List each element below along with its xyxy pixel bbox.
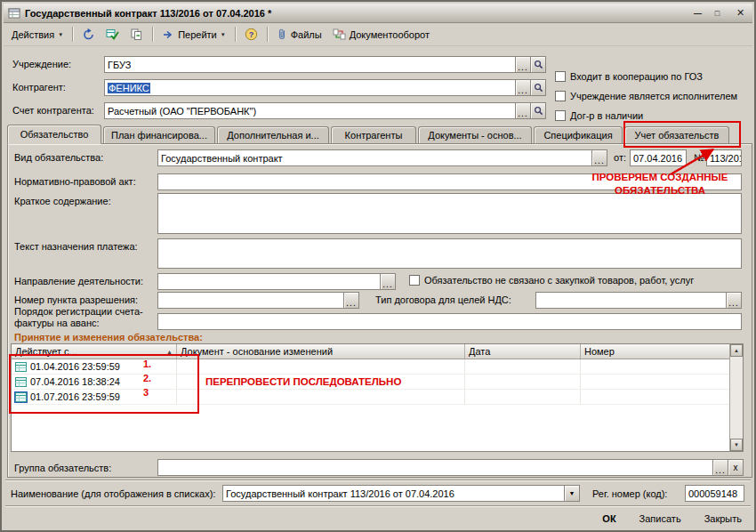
close-button-bottom[interactable]: Закрыть [701, 512, 745, 526]
vat-input[interactable] [535, 292, 727, 309]
date-input[interactable]: 07.04.2016 [630, 149, 687, 166]
tab-additional-info[interactable]: Дополнительная и... [217, 126, 329, 143]
account-choose-button[interactable]: ... [516, 102, 531, 119]
save-button[interactable]: Записать [636, 512, 685, 526]
checkbox-box[interactable] [555, 110, 566, 121]
number-input[interactable]: 113/2016 [706, 149, 742, 166]
go-arrow-icon [162, 28, 174, 41]
magnifier-icon [534, 83, 543, 93]
tab-label: Учет обязательств [635, 130, 720, 141]
minimize-button[interactable]: — [690, 6, 705, 20]
tab-obligation[interactable]: Обязательство [7, 125, 101, 144]
summary-label: Краткое содержание: [14, 196, 111, 206]
reg-number-input[interactable]: 000059148 [685, 485, 744, 502]
checkbox-box[interactable] [555, 71, 566, 82]
post-document-button[interactable] [101, 25, 124, 44]
counterparty-choose-button[interactable]: ... [516, 79, 531, 96]
col-header-label: Дата [469, 346, 490, 357]
name-dropdown-button[interactable]: ▼ [565, 485, 580, 502]
payment-textarea[interactable] [157, 238, 742, 269]
actions-menu-button[interactable]: Действия ▼ [7, 25, 68, 44]
files-button[interactable]: Файлы [272, 25, 326, 44]
separator [5, 505, 751, 507]
table-row[interactable]: 07.04.2016 18:38:24 [12, 375, 729, 390]
document-window: Государственный контракт 113/2016 от 07.… [0, 0, 756, 532]
kind-input[interactable]: Государственный контракт [157, 149, 592, 166]
act-input[interactable] [157, 173, 742, 190]
reread-button[interactable] [77, 25, 100, 44]
account-label: Счет контрагента: [12, 105, 94, 116]
activity-choose-button[interactable]: ... [381, 273, 396, 290]
record-icon-selected [14, 391, 28, 403]
counterparty-input[interactable]: ФЕНИКС [104, 79, 516, 96]
go-menu-button[interactable]: Перейти ▼ [157, 25, 230, 44]
col-header-date[interactable]: Дата [465, 344, 581, 359]
docflow-button[interactable]: Документооборот [328, 25, 434, 44]
table-row-selected[interactable]: 01.07.2016 23:59:59 [12, 390, 729, 405]
col-header-valid-from[interactable]: Действует с... ▲ [12, 344, 177, 359]
institution-field: ГБУЗ ... [104, 56, 546, 73]
counterparty-open-button[interactable] [531, 79, 546, 96]
account-value: Расчетный (ОАО "ПЕРВОБАНК") [108, 106, 256, 117]
institution-open-button[interactable] [531, 56, 546, 73]
maximize-button[interactable]: □ [710, 6, 725, 20]
checkbox-executor[interactable]: Учреждение является исполнителем [555, 91, 737, 101]
tab-label: Обязательство [20, 129, 89, 140]
help-button[interactable]: ? [240, 25, 262, 44]
name-combo: Государственный контракт 113/2016 от 07.… [222, 485, 580, 502]
tab-financing-plan[interactable]: План финансирова... [103, 126, 215, 143]
chevron-down-icon: ▼ [221, 32, 226, 37]
checkbox-goz-label: Входит в кооперацию по ГОЗ [570, 71, 703, 82]
group-choose-button[interactable]: ... [713, 459, 728, 476]
activity-input[interactable] [157, 273, 381, 290]
checkbox-no-purchase[interactable]: Обязательство не связано с закупкой това… [409, 275, 694, 286]
vertical-scrollbar[interactable]: ▲ ▼ [729, 344, 743, 451]
vat-field: ... [535, 292, 742, 309]
activity-field: ... [157, 273, 396, 290]
group-clear-button[interactable]: x [728, 459, 744, 476]
checkbox-goz[interactable]: Входит в кооперацию по ГОЗ [555, 71, 703, 82]
checkbox-box[interactable] [409, 275, 420, 286]
tab-counterparties[interactable]: Контрагенты [331, 126, 416, 143]
scroll-down-button[interactable]: ▼ [730, 439, 743, 451]
record-icon [14, 361, 28, 373]
permission-field: ... [157, 292, 359, 309]
copy-structure-button[interactable] [125, 25, 148, 44]
paperclip-icon [277, 28, 287, 41]
kind-choose-button[interactable]: ... [592, 149, 607, 166]
reg-number-value: 000059148 [688, 488, 737, 499]
invoice-input[interactable] [157, 313, 742, 330]
window-icon [8, 7, 20, 20]
col-header-basis-doc[interactable]: Документ - основание изменений [177, 344, 465, 359]
titlebar[interactable]: Государственный контракт 113/2016 от 07.… [4, 4, 752, 23]
checkbox-box[interactable] [555, 91, 566, 101]
checkbox-dogr[interactable]: Дог-р в наличии [555, 110, 643, 121]
tab-obligation-accounting[interactable]: Учет обязательств [624, 126, 729, 143]
activity-label: Направление деятельности: [14, 276, 143, 286]
institution-input[interactable]: ГБУЗ [104, 56, 516, 73]
permission-input[interactable] [157, 292, 344, 309]
tab-specification[interactable]: Спецификация [534, 126, 623, 143]
vat-choose-button[interactable]: ... [727, 292, 742, 309]
group-input[interactable] [157, 459, 713, 476]
counterparty-label: Контрагент: [12, 82, 66, 93]
col-header-label: Номер [584, 346, 615, 357]
institution-choose-button[interactable]: ... [516, 56, 531, 73]
name-input[interactable]: Государственный контракт 113/2016 от 07.… [222, 485, 565, 502]
magnifier-icon [534, 60, 543, 69]
ok-button[interactable]: ОК [599, 512, 619, 526]
account-open-button[interactable] [531, 102, 546, 119]
summary-textarea[interactable] [157, 193, 742, 234]
col-header-number[interactable]: Номер [581, 344, 729, 359]
scroll-up-button[interactable]: ▲ [730, 344, 743, 357]
name-value: Государственный контракт 113/2016 от 07.… [226, 488, 454, 499]
vat-label: Тип договора для целей НДС: [375, 294, 511, 305]
permission-label: Номер пункта разрешения: [14, 294, 138, 305]
toolbar-separator [235, 27, 236, 42]
close-button[interactable]: ✕ [733, 6, 748, 20]
tab-basis-documents[interactable]: Документы - основ... [418, 126, 532, 143]
kind-label: Вид обязательства: [14, 152, 103, 163]
table-row[interactable]: 01.04.2016 23:59:59 [12, 359, 729, 375]
permission-choose-button[interactable]: ... [344, 292, 359, 309]
account-input[interactable]: Расчетный (ОАО "ПЕРВОБАНК") [104, 102, 516, 119]
